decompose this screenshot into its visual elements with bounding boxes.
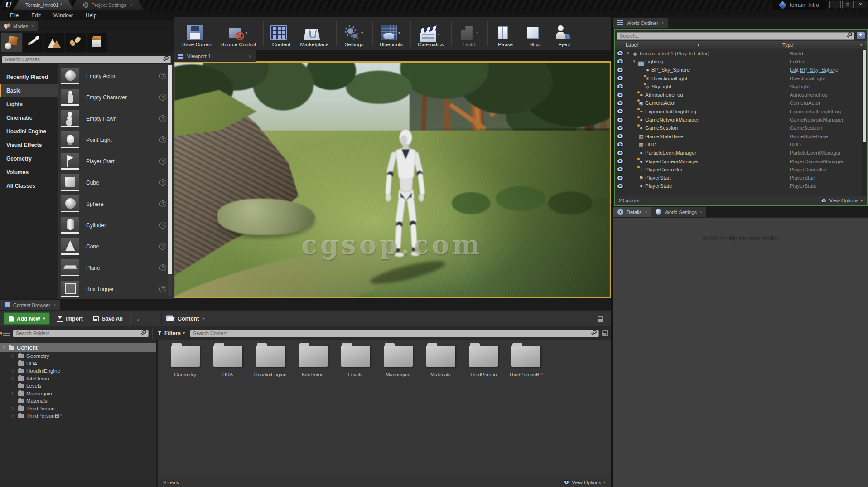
outliner-row[interactable]: ● ParticleEventManager ParticleEventMana…	[615, 149, 867, 157]
outliner-row[interactable]: ≈ AtmosphericFog AtmosphericFog	[615, 91, 867, 99]
folder-tree-item[interactable]: ▷ Mannequin	[0, 390, 156, 398]
placeable-item[interactable]: Plane	[61, 257, 166, 278]
folder-tree-item[interactable]: ▷ KiteDemo	[0, 375, 156, 383]
search-classes-input[interactable]	[2, 56, 171, 63]
paint-mode-button[interactable]	[23, 33, 43, 52]
toolbar-button[interactable]: ▾ Settings	[339, 18, 369, 49]
visibility-eye-icon[interactable]	[617, 126, 624, 131]
folder-tree-item[interactable]: HDA	[0, 360, 156, 368]
toolbar-button[interactable]: Marketplace	[296, 18, 333, 49]
minimize-button[interactable]: —	[829, 1, 841, 8]
placeable-item[interactable]: Cone	[61, 236, 166, 257]
placeable-item[interactable]: Box Trigger	[61, 278, 166, 299]
tab-details[interactable]: Details ×	[613, 207, 651, 217]
help-icon[interactable]	[159, 243, 166, 250]
tab-modes[interactable]: Modes ×	[0, 21, 38, 31]
tab-world-outliner[interactable]: World Outliner ×	[613, 18, 668, 28]
expander-icon[interactable]: ▷	[12, 406, 16, 410]
scrollbar[interactable]	[862, 49, 866, 196]
close-icon[interactable]: ×	[249, 54, 251, 59]
outliner-row[interactable]: ≈ ExponentialHeightFog ExponentialHeight…	[615, 107, 867, 116]
outliner-row[interactable]: ⚑ PlayerStart PlayerStart	[615, 174, 867, 182]
outliner-row[interactable]: ● BP_Sky_Sphere Edit BP_Sky_Sphere	[615, 66, 867, 74]
search-folders-input[interactable]	[13, 330, 149, 337]
foliage-mode-button[interactable]	[65, 33, 86, 52]
folder-tree-item[interactable]: ▷ HoudiniEngine	[0, 367, 156, 375]
toolbar-button[interactable]: Eject	[550, 18, 579, 49]
back-button[interactable]: ←	[135, 315, 144, 322]
visibility-eye-icon[interactable]	[617, 142, 624, 147]
forward-button[interactable]: →	[148, 315, 157, 322]
outliner-row[interactable]: ▨ GameStateBase GameStateBase	[615, 132, 867, 140]
visibility-eye-icon[interactable]	[617, 93, 624, 97]
tab-viewport-1[interactable]: Viewport 1 ×	[174, 50, 256, 62]
breadcrumb[interactable]: Content ▸	[166, 316, 204, 322]
outliner-row[interactable]: ● GameSession GameSession	[615, 124, 867, 132]
breadcrumb-caret-icon[interactable]: ▸	[203, 317, 204, 321]
help-icon[interactable]	[159, 94, 166, 101]
toolbar-button[interactable]: ▾ Blueprints	[376, 18, 407, 49]
visibility-eye-icon[interactable]	[617, 167, 624, 172]
toolbar-button[interactable]: ▾ Cinematics	[414, 18, 448, 49]
toolbar-button[interactable]: Stop	[520, 18, 550, 49]
dropdown-caret-icon[interactable]: ▾	[476, 31, 480, 35]
import-button[interactable]: Import	[54, 316, 85, 322]
placeable-item[interactable]: Empty Character	[61, 87, 166, 108]
visibility-eye-icon[interactable]	[617, 175, 624, 180]
dropdown-caret-icon[interactable]: ▾	[398, 31, 402, 35]
visibility-eye-icon[interactable]	[617, 51, 624, 56]
help-icon[interactable]	[159, 286, 166, 292]
visibility-eye-icon[interactable]	[617, 76, 624, 81]
folder-tree-item[interactable]: ▼ Content	[0, 343, 156, 352]
outliner-row[interactable]: ▼ ◈ Terrain_intro01 (Play In Editor) Wor…	[615, 49, 867, 58]
asset-folder-tile[interactable]: Mannequin	[380, 346, 416, 378]
asset-folder-tile[interactable]: Levels	[337, 346, 374, 378]
toolbar-button[interactable]: ▾ Source Control	[217, 18, 260, 49]
3d-viewport[interactable]: cgsop.com	[174, 62, 611, 298]
close-icon[interactable]: ×	[661, 21, 664, 25]
expander-icon[interactable]: ▷	[12, 369, 16, 373]
save-search-icon[interactable]	[602, 330, 608, 336]
placeable-item[interactable]: Cube	[61, 172, 166, 193]
toolbar-button[interactable]: Content	[266, 18, 296, 49]
expander-icon[interactable]: ▷	[12, 414, 16, 418]
outliner-row[interactable]: ● PlayerCameraManager PlayerCameraManage…	[615, 157, 867, 165]
placeable-item[interactable]: Sphere	[61, 193, 166, 214]
tab-world-settings[interactable]: World Settings ×	[651, 207, 707, 217]
outliner-row[interactable]: ☀ DirectionalLight DirectionalLight	[615, 74, 867, 82]
help-icon[interactable]	[159, 222, 166, 229]
column-filter-icon[interactable]: ▼	[859, 43, 863, 47]
menu-item[interactable]: Help	[79, 12, 103, 19]
filters-button[interactable]: Filters ▾	[155, 330, 187, 336]
column-label[interactable]: Label ▲	[615, 42, 782, 48]
visibility-eye-icon[interactable]	[617, 117, 624, 122]
dropdown-caret-icon[interactable]: ▾	[361, 31, 365, 35]
placement-category[interactable]: Cinematic	[0, 111, 58, 125]
placement-category[interactable]: Volumes	[0, 166, 58, 179]
placeable-item[interactable]: Point Light	[61, 129, 166, 151]
asset-folder-tile[interactable]: HoudiniEngine	[252, 346, 289, 378]
visibility-eye-icon[interactable]	[617, 101, 624, 106]
sources-toggle-icon[interactable]	[3, 331, 10, 336]
expander-icon[interactable]: ▷	[12, 391, 16, 395]
visibility-eye-icon[interactable]	[617, 59, 624, 64]
scrollbar[interactable]	[168, 65, 172, 296]
help-icon[interactable]	[159, 136, 166, 143]
outliner-row[interactable]: ● PlayerState PlayerState	[615, 182, 867, 190]
dropdown-caret-icon[interactable]: ▾	[246, 31, 249, 35]
outliner-row[interactable]: ◉ CameraActor CameraActor	[615, 99, 867, 107]
menu-item[interactable]: Window	[47, 12, 79, 19]
visibility-eye-icon[interactable]	[617, 68, 624, 73]
expander-icon[interactable]: ▼	[626, 51, 631, 55]
folder-tree-item[interactable]: ▷ Geometry	[0, 352, 156, 360]
placeable-item[interactable]: Cylinder	[61, 214, 166, 236]
expander-icon[interactable]: ▼	[632, 59, 637, 63]
placement-category[interactable]: Lights	[0, 97, 58, 111]
placement-category[interactable]: Houdini Engine	[0, 125, 58, 138]
outliner-search-input[interactable]	[617, 32, 854, 40]
dropdown-caret-icon[interactable]: ▾	[438, 33, 441, 37]
menu-item[interactable]: Edit	[25, 12, 47, 19]
visibility-eye-icon[interactable]	[617, 84, 624, 89]
placeable-item[interactable]: Empty Pawn	[61, 108, 166, 129]
folder-tree-item[interactable]: ▷ ThirdPersonBP	[0, 412, 156, 420]
